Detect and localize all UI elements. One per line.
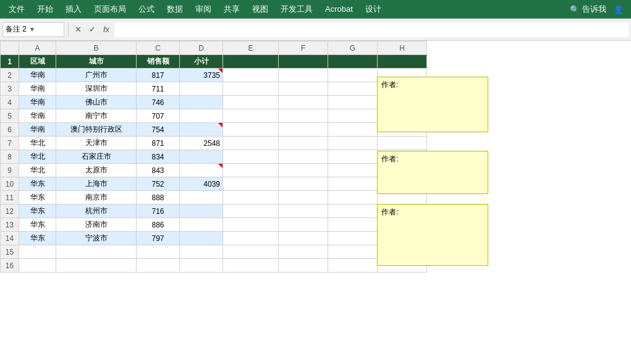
cell-c4[interactable]: 746 — [137, 96, 180, 109]
cell-b10[interactable]: 上海市 — [56, 177, 137, 191]
cell-a6[interactable]: 华南 — [19, 123, 56, 137]
menu-share[interactable]: 共享 — [218, 0, 246, 19]
cell-d10[interactable]: 4039 — [180, 177, 223, 191]
fx-button[interactable]: fx — [101, 25, 112, 34]
col-header-h[interactable]: H — [378, 41, 427, 55]
formula-input[interactable] — [114, 22, 629, 37]
cell-b1[interactable]: 城市 — [56, 55, 137, 69]
cell-g13[interactable] — [328, 218, 378, 232]
cell-a7[interactable]: 华北 — [19, 137, 56, 150]
confirm-button[interactable]: ✓ — [87, 25, 98, 34]
cell-d11[interactable] — [180, 191, 223, 205]
cell-c14[interactable]: 797 — [137, 232, 180, 245]
cell-f10[interactable] — [279, 177, 328, 191]
cell-g1[interactable] — [328, 55, 378, 69]
cell-e1[interactable] — [223, 55, 279, 69]
cell-a15[interactable] — [19, 245, 56, 259]
col-header-f[interactable]: F — [279, 41, 328, 55]
cell-e15[interactable] — [223, 245, 279, 259]
cell-f6[interactable] — [279, 123, 328, 137]
cell-d15[interactable] — [180, 245, 223, 259]
cell-c16[interactable] — [137, 259, 180, 273]
cell-d12[interactable] — [180, 205, 223, 218]
cell-e2[interactable] — [223, 69, 279, 82]
col-header-c[interactable]: C — [137, 41, 180, 55]
cell-b2[interactable]: 广州市 — [56, 69, 137, 82]
cell-b9[interactable]: 太原市 — [56, 164, 137, 177]
cell-a13[interactable]: 华东 — [19, 218, 56, 232]
cell-d13[interactable] — [180, 218, 223, 232]
cell-g4[interactable] — [328, 96, 378, 109]
cell-f12[interactable] — [279, 205, 328, 218]
cell-a8[interactable]: 华北 — [19, 150, 56, 164]
name-box[interactable]: 备注 2 ▼ — [2, 22, 64, 37]
cell-e3[interactable] — [223, 82, 279, 96]
col-header-d[interactable]: D — [180, 41, 223, 55]
cell-g9[interactable] — [328, 164, 378, 177]
cell-e5[interactable] — [223, 109, 279, 123]
cell-b7[interactable]: 天津市 — [56, 137, 137, 150]
cell-f7[interactable] — [279, 137, 328, 150]
cell-d8[interactable] — [180, 150, 223, 164]
cell-b6[interactable]: 澳门特别行政区 — [56, 123, 137, 137]
cell-g5[interactable] — [328, 109, 378, 123]
cell-b3[interactable]: 深圳市 — [56, 82, 137, 96]
cell-g12[interactable] — [328, 205, 378, 218]
cell-d14[interactable] — [180, 232, 223, 245]
cell-g10[interactable] — [328, 177, 378, 191]
cell-a1[interactable]: 区域 — [19, 55, 56, 69]
cell-a11[interactable]: 华东 — [19, 191, 56, 205]
cell-a16[interactable] — [19, 259, 56, 273]
menu-review[interactable]: 审阅 — [189, 0, 218, 19]
cell-a9[interactable]: 华北 — [19, 164, 56, 177]
cell-b16[interactable] — [56, 259, 137, 273]
cell-h1[interactable] — [378, 55, 427, 69]
menu-view[interactable]: 视图 — [246, 0, 274, 19]
col-header-b[interactable]: B — [56, 41, 137, 55]
cell-e9[interactable] — [223, 164, 279, 177]
search-label[interactable]: 告诉我 — [582, 4, 606, 15]
cell-d5[interactable] — [180, 109, 223, 123]
menu-file[interactable]: 文件 — [2, 0, 31, 19]
cell-c1[interactable]: 销售额 — [137, 55, 180, 69]
menu-acrobat[interactable]: Acrobat — [319, 0, 359, 19]
cell-g11[interactable] — [328, 191, 378, 205]
menu-developer[interactable]: 开发工具 — [274, 0, 319, 19]
cell-c5[interactable]: 707 — [137, 109, 180, 123]
cell-g6[interactable] — [328, 123, 378, 137]
cell-c12[interactable]: 716 — [137, 205, 180, 218]
cell-e12[interactable] — [223, 205, 279, 218]
cell-b11[interactable]: 南京市 — [56, 191, 137, 205]
cell-c13[interactable]: 886 — [137, 218, 180, 232]
cell-f8[interactable] — [279, 150, 328, 164]
cell-c9[interactable]: 843 — [137, 164, 180, 177]
menu-design[interactable]: 设计 — [359, 0, 387, 19]
cell-f3[interactable] — [279, 82, 328, 96]
cell-d6[interactable] — [180, 123, 223, 137]
cancel-button[interactable]: ✕ — [72, 25, 84, 34]
cell-d3[interactable] — [180, 82, 223, 96]
cell-a5[interactable]: 华南 — [19, 109, 56, 123]
cell-f2[interactable] — [279, 69, 328, 82]
cell-h7[interactable] — [378, 137, 427, 150]
cell-f11[interactable] — [279, 191, 328, 205]
cell-a2[interactable]: 华南 — [19, 69, 56, 82]
menu-home[interactable]: 开始 — [31, 0, 59, 19]
menu-formula[interactable]: 公式 — [132, 0, 161, 19]
cell-a10[interactable]: 华东 — [19, 177, 56, 191]
cell-c3[interactable]: 711 — [137, 82, 180, 96]
cell-e7[interactable] — [223, 137, 279, 150]
cell-g7[interactable] — [328, 137, 378, 150]
cell-e8[interactable] — [223, 150, 279, 164]
cell-c8[interactable]: 834 — [137, 150, 180, 164]
cell-b15[interactable] — [56, 245, 137, 259]
cell-g3[interactable] — [328, 82, 378, 96]
cell-e6[interactable] — [223, 123, 279, 137]
cell-a12[interactable]: 华东 — [19, 205, 56, 218]
cell-e10[interactable] — [223, 177, 279, 191]
cell-g16[interactable] — [328, 259, 378, 273]
cell-b13[interactable]: 济南市 — [56, 218, 137, 232]
cell-b14[interactable]: 宁波市 — [56, 232, 137, 245]
cell-c15[interactable] — [137, 245, 180, 259]
cell-b5[interactable]: 南宁市 — [56, 109, 137, 123]
